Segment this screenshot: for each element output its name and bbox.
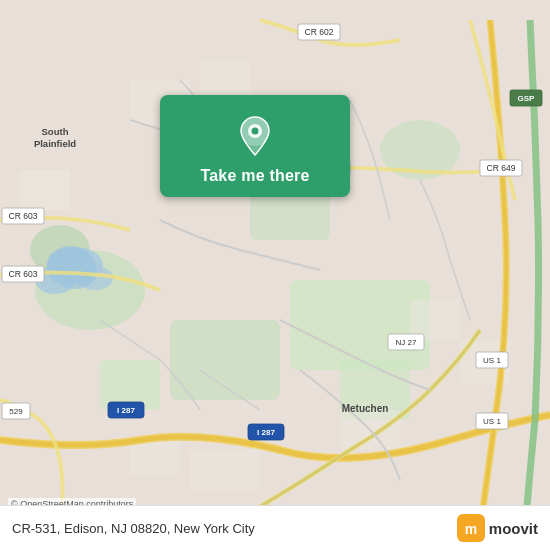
svg-point-49 bbox=[252, 128, 259, 135]
svg-rect-14 bbox=[20, 170, 70, 210]
moovit-brand-text: moovit bbox=[489, 520, 538, 537]
svg-text:m: m bbox=[465, 521, 477, 537]
svg-text:US 1: US 1 bbox=[483, 417, 501, 426]
location-text: CR-531, Edison, NJ 08820, New York City bbox=[12, 521, 255, 536]
svg-rect-19 bbox=[130, 440, 180, 475]
svg-text:Metuchen: Metuchen bbox=[342, 403, 389, 414]
svg-text:US 1: US 1 bbox=[483, 356, 501, 365]
location-pin-container[interactable]: Take me there bbox=[160, 95, 350, 197]
map-svg: CR 602 CR 603 CR 603 CR 604 CR 649 GSP N… bbox=[0, 0, 550, 550]
take-me-there-button[interactable]: Take me there bbox=[180, 167, 330, 185]
svg-rect-4 bbox=[290, 280, 430, 370]
svg-text:NJ 27: NJ 27 bbox=[396, 338, 417, 347]
svg-rect-13 bbox=[200, 60, 250, 100]
moovit-icon: m bbox=[457, 514, 485, 542]
svg-rect-18 bbox=[190, 450, 260, 490]
moovit-logo: m moovit bbox=[457, 514, 538, 542]
bottom-bar: CR-531, Edison, NJ 08820, New York City … bbox=[0, 505, 550, 550]
svg-text:I 287: I 287 bbox=[257, 428, 275, 437]
svg-text:CR 649: CR 649 bbox=[487, 163, 516, 173]
svg-text:South: South bbox=[42, 126, 69, 137]
svg-text:Plainfield: Plainfield bbox=[34, 138, 76, 149]
svg-text:GSP: GSP bbox=[518, 94, 536, 103]
svg-text:CR 602: CR 602 bbox=[305, 27, 334, 37]
map-container: CR 602 CR 603 CR 603 CR 604 CR 649 GSP N… bbox=[0, 0, 550, 550]
svg-text:CR 603: CR 603 bbox=[9, 269, 38, 279]
location-pin-icon bbox=[233, 113, 277, 157]
svg-text:CR 603: CR 603 bbox=[9, 211, 38, 221]
svg-text:I 287: I 287 bbox=[117, 406, 135, 415]
svg-text:529: 529 bbox=[9, 407, 23, 416]
button-overlay: Take me there bbox=[155, 95, 355, 197]
svg-rect-3 bbox=[170, 320, 280, 400]
